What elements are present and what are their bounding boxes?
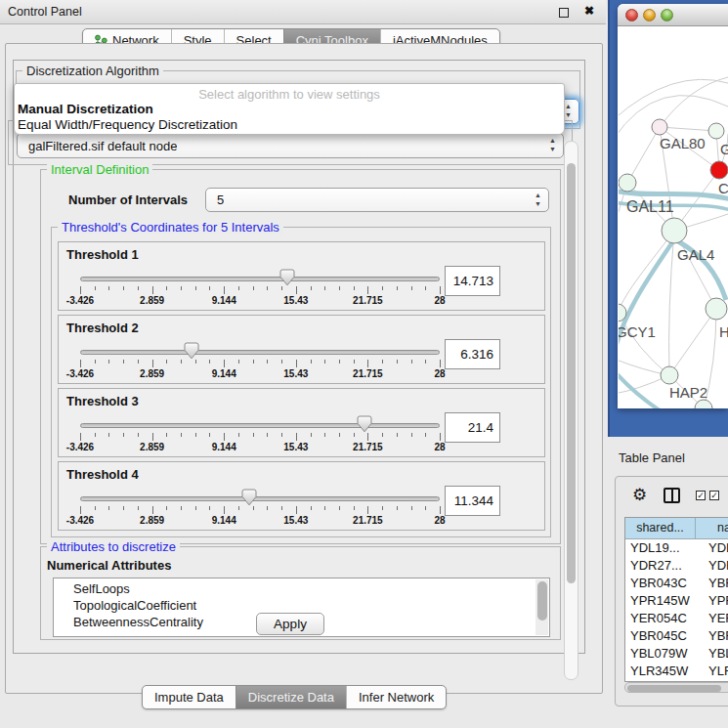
table-panel-title: Table Panel bbox=[619, 450, 685, 465]
slider-tick bbox=[138, 433, 139, 437]
table-cell[interactable]: YBL079W bbox=[625, 645, 696, 663]
h-scrollbar[interactable] bbox=[624, 682, 728, 693]
slider-tick bbox=[123, 433, 124, 437]
slider-thumb[interactable] bbox=[241, 489, 257, 506]
node-table[interactable]: shared... name YDL19...YDL1YDR27...YDR2Y… bbox=[624, 517, 728, 682]
slider-tick bbox=[152, 433, 153, 441]
threshold-panel: Threshold 4-3.4262.8599.14415.4321.71528… bbox=[58, 461, 545, 531]
table-row[interactable]: YDL19...YDL1 bbox=[625, 539, 728, 557]
slider-scale-label: 28 bbox=[434, 442, 445, 452]
table-cell[interactable]: YLR3 bbox=[696, 663, 728, 680]
number-of-intervals-value: 5 bbox=[206, 193, 224, 207]
network-node[interactable] bbox=[652, 119, 667, 135]
slider-tick bbox=[152, 286, 153, 294]
float-window-icon[interactable] bbox=[559, 8, 569, 18]
network-node-label: GAL80 bbox=[660, 135, 706, 151]
slider-tick bbox=[267, 506, 268, 510]
slider-thumb[interactable] bbox=[279, 269, 295, 286]
threshold-value-field[interactable]: 6.316 bbox=[445, 339, 500, 369]
slider-thumb[interactable] bbox=[357, 415, 372, 433]
slider-tick bbox=[108, 360, 109, 364]
slider-tick bbox=[339, 433, 340, 437]
slider-ticks bbox=[80, 433, 440, 442]
apply-button[interactable]: Apply bbox=[256, 613, 324, 635]
threshold-value-field[interactable]: 11.344 bbox=[445, 486, 500, 516]
list-scrollbar[interactable] bbox=[535, 579, 548, 635]
zoom-light-icon[interactable] bbox=[661, 9, 673, 21]
checkbox-icon[interactable]: ✓ bbox=[709, 491, 719, 500]
slider-scale: -3.4262.8599.14415.4321.71528 bbox=[80, 295, 440, 306]
table-cell[interactable]: YDR2 bbox=[696, 557, 728, 575]
network-node[interactable] bbox=[708, 123, 724, 139]
bottom-tab-impute-data[interactable]: Impute Data bbox=[143, 686, 236, 708]
table-header-cell[interactable]: name bbox=[696, 518, 728, 538]
table-cell[interactable]: YER054C bbox=[625, 610, 696, 627]
table-data-combobox[interactable]: galFiltered.sif default node ▲▼ bbox=[17, 133, 564, 158]
network-node[interactable] bbox=[619, 174, 636, 192]
table-row[interactable]: YER054CYER0 bbox=[625, 610, 728, 627]
checkbox-icon[interactable]: ✓ bbox=[696, 491, 706, 500]
slider-tick bbox=[367, 506, 368, 514]
table-row[interactable]: YBR045CYBR0 bbox=[625, 627, 728, 645]
main-scrollbar-thumb[interactable] bbox=[567, 163, 576, 583]
table-cell[interactable]: YBR0 bbox=[696, 575, 728, 592]
network-canvas[interactable]: GAL80GACGAL11GAL4GCY1HHAP2 bbox=[619, 26, 728, 408]
list-scrollbar-thumb[interactable] bbox=[537, 581, 547, 621]
table-row[interactable]: YPR145WYPR1 bbox=[625, 592, 728, 610]
table-cell[interactable]: YDL1 bbox=[696, 539, 728, 557]
network-node[interactable] bbox=[710, 161, 728, 179]
table-cell[interactable]: YBR043C bbox=[625, 575, 696, 592]
bottom-tab-discretize-data[interactable]: Discretize Data bbox=[236, 686, 346, 708]
slider-track[interactable] bbox=[80, 350, 440, 355]
table-cell[interactable]: YPR1 bbox=[696, 592, 728, 610]
network-node[interactable] bbox=[662, 218, 687, 243]
attribute-item[interactable]: SelfLoops bbox=[54, 580, 549, 597]
slider-tick bbox=[95, 286, 96, 290]
h-scrollbar-thumb[interactable] bbox=[627, 685, 721, 692]
network-node-label: GAL4 bbox=[677, 246, 714, 263]
slider-track[interactable] bbox=[80, 496, 440, 501]
close-light-icon[interactable] bbox=[625, 9, 638, 21]
table-row[interactable]: YBL079WYBL0 bbox=[625, 645, 728, 663]
network-node[interactable] bbox=[695, 400, 712, 408]
number-of-intervals-combobox[interactable]: 5 ▲▼ bbox=[205, 188, 549, 212]
slider-scale-label: -3.426 bbox=[66, 368, 94, 379]
minimize-light-icon[interactable] bbox=[643, 9, 656, 21]
slider-scale-label: 2.859 bbox=[140, 368, 164, 379]
slider-track[interactable] bbox=[80, 423, 440, 428]
table-cell[interactable]: YDR27... bbox=[625, 557, 696, 575]
bottom-tab-infer-network[interactable]: Infer Network bbox=[346, 686, 446, 708]
slider-tick bbox=[95, 360, 96, 364]
table-cell[interactable]: YPR145W bbox=[625, 592, 696, 610]
table-cell[interactable]: YBR0 bbox=[696, 627, 728, 645]
table-cell[interactable]: YBR045C bbox=[625, 627, 696, 645]
network-node[interactable] bbox=[661, 366, 678, 384]
table-header-cell[interactable]: shared... bbox=[625, 518, 696, 538]
attribute-item[interactable]: TopologicalCoefficient bbox=[54, 597, 549, 614]
table-row[interactable]: YDR27...YDR2 bbox=[625, 557, 728, 575]
dropdown-option[interactable]: Equal Width/Frequency Discretization bbox=[15, 116, 564, 132]
gear-icon[interactable]: ⚙ bbox=[632, 485, 647, 505]
threshold-value-field[interactable]: 21.4 bbox=[445, 412, 500, 443]
slider-thumb[interactable] bbox=[184, 342, 199, 360]
table-cell[interactable]: YBL0 bbox=[696, 645, 728, 663]
threshold-value-field[interactable]: 14.713 bbox=[445, 266, 500, 296]
table-row[interactable]: YBR043CYBR0 bbox=[625, 575, 728, 592]
table-cell[interactable]: YLR345W bbox=[625, 663, 696, 680]
slider-scale-label: 28 bbox=[434, 515, 445, 526]
table-row[interactable]: YLR345WYLR3 bbox=[625, 663, 728, 680]
network-window-titlebar[interactable] bbox=[618, 4, 728, 26]
slider-tick bbox=[238, 360, 239, 364]
main-scrollbar[interactable] bbox=[564, 141, 578, 680]
slider-scale-label: 2.859 bbox=[140, 442, 164, 452]
columns-icon[interactable] bbox=[664, 488, 680, 503]
table-cell[interactable]: YDL19... bbox=[625, 539, 696, 557]
close-icon[interactable]: ✖ bbox=[584, 4, 594, 18]
table-cell[interactable]: YER0 bbox=[696, 610, 728, 627]
slider-tick bbox=[281, 286, 282, 290]
slider-scale-label: 9.144 bbox=[212, 442, 236, 452]
network-edge bbox=[627, 127, 660, 183]
network-node[interactable] bbox=[706, 298, 727, 320]
slider-track[interactable] bbox=[80, 277, 440, 281]
dropdown-option[interactable]: Manual Discretization bbox=[15, 101, 564, 116]
